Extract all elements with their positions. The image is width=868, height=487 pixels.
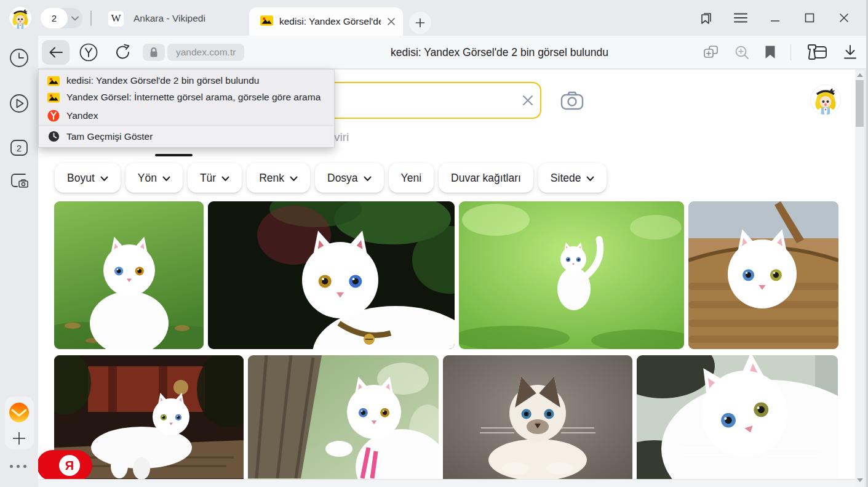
bookmarks-stack-icon[interactable]	[698, 9, 715, 26]
filter-dosya[interactable]: Dosya	[315, 163, 384, 193]
lock-icon	[149, 47, 159, 58]
tab-close-icon[interactable]	[387, 17, 396, 26]
scroll-down-arrow-icon[interactable]	[857, 478, 863, 482]
scrollbar[interactable]	[855, 71, 864, 487]
back-history-menu: kedisi: Yandex Görsel'de 2 bin görsel bu…	[38, 69, 335, 148]
close-icon[interactable]	[835, 9, 853, 26]
image-result-2[interactable]	[208, 201, 455, 349]
menu-hamburger-icon[interactable]	[732, 9, 749, 26]
tab-label: kedisi: Yandex Görsel'de	[279, 16, 381, 27]
toolbar-separator	[790, 44, 791, 60]
window-bottom-edge	[38, 479, 855, 487]
tabs-panel-icon[interactable]: 2	[7, 135, 31, 160]
add-panel-plus-icon[interactable]	[7, 426, 31, 451]
menu-item-label: kedisi: Yandex Görsel'de 2 bin görsel bu…	[66, 75, 259, 86]
image-grid-row	[54, 355, 838, 479]
filter-sitede[interactable]: Sitede	[538, 163, 607, 193]
show-full-history-item[interactable]: Tam Geçmişi Göster	[39, 125, 334, 147]
image-search-camera-icon[interactable]	[559, 88, 586, 113]
tab-counter[interactable]: 2	[41, 8, 82, 28]
filter-yeni[interactable]: Yeni	[389, 163, 434, 193]
tab-label: Ankara - Vikipedi	[133, 13, 205, 24]
nav-tab-fragment[interactable]: viri	[334, 131, 349, 144]
new-tab-plus-icon	[415, 18, 425, 28]
chevron-down-icon	[221, 172, 229, 185]
refresh-button[interactable]	[112, 41, 134, 63]
clear-x-icon[interactable]	[516, 88, 540, 113]
scrollbar-thumb[interactable]	[856, 80, 864, 127]
site-security-badge[interactable]	[143, 44, 165, 61]
image-result-3[interactable]	[459, 201, 684, 349]
image-grid-row	[54, 201, 838, 349]
filter-label: Yeni	[401, 172, 421, 185]
maximize-icon[interactable]	[801, 9, 818, 26]
yandex-y-button-icon	[79, 42, 98, 62]
filter-label: Sitede	[551, 172, 581, 185]
filter-yön[interactable]: Yön	[125, 163, 183, 193]
titlebar: 2 W Ankara - Vikipedi kedisi: Yandex Gör…	[0, 0, 866, 36]
chevron-down-icon	[364, 172, 372, 185]
screenshot-camera-icon[interactable]	[7, 168, 31, 193]
history-menu-item[interactable]: kedisi: Yandex Görsel'de 2 bin görsel bu…	[39, 70, 334, 88]
history-menu-item[interactable]: Yandex	[39, 107, 334, 125]
menu-item-label: Yandex	[66, 110, 98, 121]
filter-boyut[interactable]: Boyut	[55, 163, 121, 193]
svg-text:2: 2	[17, 143, 22, 153]
chevron-down-icon	[100, 172, 108, 185]
video-play-icon[interactable]	[7, 91, 31, 116]
filter-label: Tür	[200, 172, 216, 185]
new-tab-button[interactable]	[409, 12, 431, 34]
filter-label: Renk	[259, 172, 284, 185]
filter-bar: BoyutYönTürRenkDosyaYeniDuvar kağıtlarıS…	[55, 163, 607, 193]
url-field[interactable]: yandex.com.tr	[167, 44, 244, 61]
mail-icon[interactable]	[7, 400, 31, 425]
history-clock-icon[interactable]	[7, 46, 31, 70]
menu-item-label: Tam Geçmişi Göster	[66, 131, 153, 142]
tab-count: 2	[41, 8, 68, 28]
filter-label: Dosya	[327, 172, 358, 185]
chevron-down-icon[interactable]	[68, 16, 82, 21]
tab-ankara-vikipedi[interactable]: W Ankara - Vikipedi	[100, 7, 247, 30]
add-tab-group-icon[interactable]	[703, 45, 719, 60]
image-result-7[interactable]	[443, 355, 632, 479]
scroll-up-arrow-icon[interactable]	[857, 73, 863, 77]
user-avatar[interactable]	[811, 85, 840, 115]
clock-icon	[47, 131, 60, 143]
wikipedia-w-icon: W	[108, 11, 124, 26]
toolbar: yandex.com.tr kedisi: Yandex Görsel'de 2…	[38, 36, 866, 69]
sidebar: 2	[0, 36, 38, 487]
filter-label: Boyut	[67, 172, 95, 185]
search-box[interactable]	[301, 82, 541, 119]
minimize-icon[interactable]	[766, 9, 784, 26]
yandex-images-icon	[47, 91, 60, 103]
image-result-4[interactable]	[688, 201, 838, 349]
filter-duvar-kağıtları[interactable]: Duvar kağıtları	[439, 163, 533, 193]
bookmark-icon[interactable]	[765, 45, 776, 60]
browser-window: 2 W Ankara - Vikipedi kedisi: Yandex Gör…	[0, 0, 868, 487]
chevron-down-icon	[586, 172, 594, 185]
zoom-plus-icon[interactable]	[734, 44, 750, 60]
yandex-logo-icon: Я	[59, 455, 80, 476]
image-result-8[interactable]	[637, 355, 838, 479]
image-result-6[interactable]	[248, 355, 439, 479]
back-arrow-icon	[49, 46, 63, 58]
back-button[interactable]	[42, 40, 70, 65]
tab-kedisi-yandex-gorsel[interactable]: kedisi: Yandex Görsel'de	[249, 7, 403, 36]
filter-renk[interactable]: Renk	[247, 163, 310, 193]
active-nav-underline	[155, 154, 193, 156]
image-result-1[interactable]	[54, 201, 204, 349]
yandex-home-button[interactable]: Я	[38, 450, 92, 479]
history-menu-item[interactable]: Yandex Görsel: İnternette görsel arama, …	[39, 88, 334, 107]
menu-item-label: Yandex Görsel: İnternette görsel arama, …	[66, 92, 321, 103]
download-icon[interactable]	[843, 44, 858, 60]
profile-avatar[interactable]	[9, 7, 31, 29]
chevron-down-icon	[290, 172, 298, 185]
collections-icon[interactable]	[806, 43, 828, 62]
page-title: kedisi: Yandex Görsel'de 2 bin görsel bu…	[297, 36, 703, 69]
tab-separator	[90, 10, 92, 26]
yandex-y-button[interactable]	[78, 41, 100, 63]
filter-tür[interactable]: Tür	[188, 163, 242, 193]
refresh-icon	[114, 43, 132, 62]
yandex-images-icon	[260, 15, 273, 28]
more-dots-icon[interactable]	[10, 465, 26, 468]
